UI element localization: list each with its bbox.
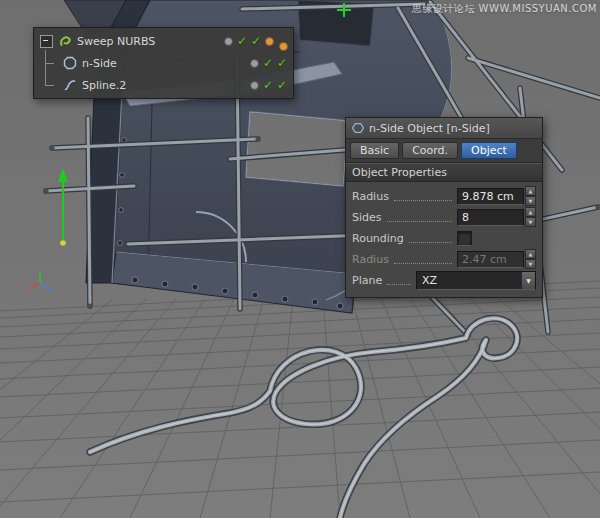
spin-down-icon (525, 196, 536, 206)
c4d-window: 思缘设计论坛 WWW.MISSYUAN.COM Sweep NURBS n-Si (0, 0, 600, 518)
attributes-tabs: Basic Coord. Object (346, 139, 542, 163)
field-label: Rounding (352, 232, 404, 245)
chevron-down-icon[interactable] (521, 272, 535, 289)
attributes-title-bar[interactable]: n-Side Object [n-Side] (346, 118, 542, 139)
field-row-sides: Sides 8 (352, 208, 536, 226)
object-flags (224, 35, 287, 47)
tree-tick (45, 85, 54, 86)
attributes-title: n-Side Object [n-Side] (369, 122, 490, 135)
enabled-check-icon[interactable] (263, 79, 273, 91)
tree-tick (45, 63, 54, 64)
enabled-check-icon-2[interactable] (277, 57, 287, 69)
nside-icon (63, 56, 77, 70)
dotted-leader (394, 255, 452, 264)
field-label: Plane (352, 274, 382, 287)
sides-input[interactable]: 8 (457, 209, 524, 226)
watermark: 思缘设计论坛 WWW.MISSYUAN.COM (412, 2, 597, 16)
object-item-nside[interactable]: n-Side (34, 52, 293, 74)
object-manager-panel: Sweep NURBS n-Side (33, 27, 294, 99)
spin-down-icon (525, 217, 536, 227)
object-item-sweep-nurbs[interactable]: Sweep NURBS (34, 30, 293, 52)
spin-up-icon (525, 249, 536, 259)
radius-input[interactable]: 9.878 cm (457, 188, 524, 205)
enabled-check-icon[interactable] (263, 57, 273, 69)
spin-down-icon (525, 259, 536, 269)
dotted-leader (409, 234, 452, 243)
object-label: Spline.2 (82, 79, 126, 92)
dotted-leader (387, 276, 411, 285)
object-item-spline2[interactable]: Spline.2 (34, 74, 293, 96)
field-row-rounding-radius: Radius 2.47 cm (352, 250, 536, 268)
section-object-properties: Object Properties (346, 163, 542, 182)
object-flags (250, 79, 287, 91)
field-label: Sides (352, 211, 382, 224)
spin-up-icon (525, 186, 536, 196)
layer-dot-2[interactable] (279, 42, 288, 51)
field-row-plane: Plane XZ (352, 271, 536, 289)
rounding-radius-stepper (525, 249, 536, 269)
plane-dropdown[interactable]: XZ (416, 271, 536, 290)
attributes-rows: Radius 9.878 cm Sides 8 Rounding (346, 182, 542, 297)
enabled-check-icon[interactable] (237, 35, 247, 47)
field-row-rounding: Rounding (352, 229, 536, 247)
dotted-leader (387, 213, 452, 222)
field-row-radius: Radius 9.878 cm (352, 187, 536, 205)
spline-icon (63, 78, 77, 92)
object-label: n-Side (82, 57, 117, 70)
object-flags (250, 57, 287, 69)
visibility-dot[interactable] (250, 59, 259, 68)
sides-stepper[interactable] (525, 207, 536, 227)
rounding-radius-input: 2.47 cm (457, 251, 524, 268)
dotted-leader (394, 192, 452, 201)
tab-object[interactable]: Object (461, 142, 517, 159)
field-label: Radius (352, 253, 389, 266)
layer-dot[interactable] (265, 37, 274, 46)
field-label: Radius (352, 190, 389, 203)
rounding-checkbox[interactable] (457, 231, 472, 246)
sweep-nurbs-icon (58, 34, 72, 48)
visibility-dot[interactable] (250, 81, 259, 90)
enabled-check-icon-2[interactable] (277, 79, 287, 91)
collapse-expander-icon[interactable] (40, 35, 53, 48)
attributes-panel: n-Side Object [n-Side] Basic Coord. Obje… (345, 117, 543, 298)
visibility-dot[interactable] (224, 37, 233, 46)
nside-object-icon (352, 122, 364, 134)
tab-basic[interactable]: Basic (350, 142, 399, 159)
radius-stepper[interactable] (525, 186, 536, 206)
tab-coord[interactable]: Coord. (402, 142, 458, 159)
object-label: Sweep NURBS (77, 35, 155, 48)
spin-up-icon (525, 207, 536, 217)
generator-check-icon[interactable] (251, 35, 261, 47)
plane-value: XZ (422, 274, 521, 287)
